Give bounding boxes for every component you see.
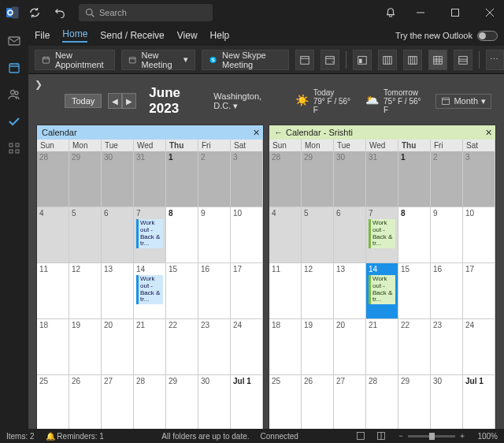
prev-month-button[interactable]: ◀ bbox=[108, 93, 122, 109]
day-cell[interactable]: 13 bbox=[102, 263, 134, 319]
status-reminders[interactable]: 🔔 Reminders: 1 bbox=[46, 432, 104, 441]
day-cell[interactable]: 31 bbox=[366, 151, 398, 207]
day-cell[interactable]: 19 bbox=[69, 319, 102, 375]
day-cell[interactable]: 11 bbox=[37, 263, 69, 319]
day-cell[interactable]: 22 bbox=[398, 319, 431, 375]
location-picker[interactable]: Washington, D.C. ▾ bbox=[213, 91, 280, 111]
day-cell[interactable]: 7Work out - Back & tr... bbox=[134, 207, 166, 263]
day-cell[interactable]: 30 bbox=[334, 151, 366, 207]
day-cell[interactable]: 28 bbox=[366, 375, 398, 431]
day-cell[interactable]: 29 bbox=[302, 151, 334, 207]
calendar-event[interactable]: Work out - Back & tr... bbox=[136, 219, 163, 248]
day-cell[interactable]: 9 bbox=[431, 207, 463, 263]
day-cell[interactable]: 3 bbox=[231, 151, 263, 207]
zoom-slider[interactable]: －＋ bbox=[397, 430, 466, 441]
sidebar-calendar[interactable] bbox=[6, 60, 22, 76]
view-next7-button[interactable] bbox=[321, 50, 339, 70]
day-cell[interactable]: 16 bbox=[198, 263, 231, 319]
day-cell[interactable]: 24 bbox=[463, 319, 495, 375]
notifications-icon[interactable] bbox=[381, 3, 400, 22]
day-cell[interactable]: 14Work out - Back & tr... bbox=[366, 263, 398, 319]
undo-icon[interactable] bbox=[50, 3, 69, 22]
day-cell[interactable]: 15 bbox=[166, 263, 198, 319]
close-icon[interactable]: ✕ bbox=[253, 128, 260, 138]
new-skype-meeting-button[interactable]: S New Skype Meeting bbox=[202, 50, 289, 70]
day-cell[interactable]: 25 bbox=[37, 375, 69, 431]
menu-view[interactable]: View bbox=[177, 30, 198, 41]
day-cell[interactable]: 27 bbox=[102, 375, 134, 431]
day-cell[interactable]: 27 bbox=[334, 375, 366, 431]
arrow-left-icon[interactable]: ← bbox=[274, 128, 283, 137]
sidebar-more-apps[interactable] bbox=[6, 140, 22, 156]
day-cell[interactable]: 26 bbox=[69, 375, 102, 431]
day-cell[interactable]: 24 bbox=[231, 319, 263, 375]
day-cell[interactable]: 13 bbox=[334, 263, 366, 319]
day-cell[interactable]: 28 bbox=[37, 151, 69, 207]
next-month-button[interactable]: ▶ bbox=[122, 93, 136, 109]
day-cell[interactable]: 29 bbox=[69, 151, 102, 207]
day-cell[interactable]: 28 bbox=[134, 375, 166, 431]
day-cell[interactable]: 30 bbox=[198, 375, 231, 431]
day-cell[interactable]: 7Work out - Back & tr... bbox=[366, 207, 398, 263]
day-cell[interactable]: 12 bbox=[69, 263, 102, 319]
day-cell[interactable]: 23 bbox=[198, 319, 231, 375]
day-cell[interactable]: 14Work out - Back & tr... bbox=[134, 263, 166, 319]
view-schedule-button[interactable] bbox=[454, 50, 472, 70]
try-outlook-toggle[interactable] bbox=[477, 31, 498, 41]
view-workweek-button[interactable] bbox=[378, 50, 397, 70]
view-reading-icon[interactable] bbox=[376, 431, 386, 441]
day-cell[interactable]: 4 bbox=[269, 207, 302, 263]
day-cell[interactable]: 1 bbox=[398, 151, 431, 207]
day-cell[interactable]: 25 bbox=[269, 375, 302, 431]
day-cell[interactable]: 9 bbox=[198, 207, 231, 263]
day-cell[interactable]: 8 bbox=[166, 207, 198, 263]
day-cell[interactable]: 31 bbox=[134, 151, 166, 207]
view-month-button[interactable] bbox=[428, 50, 447, 70]
day-cell[interactable]: 4 bbox=[37, 207, 69, 263]
day-cell[interactable]: 10 bbox=[231, 207, 263, 263]
day-cell[interactable]: 11 bbox=[269, 263, 302, 319]
calendar-tab-primary[interactable]: Calendar ✕ bbox=[37, 125, 263, 140]
new-meeting-button[interactable]: New Meeting ▾ bbox=[121, 50, 195, 70]
day-cell[interactable]: 17 bbox=[463, 263, 495, 319]
day-cell[interactable]: 5 bbox=[302, 207, 334, 263]
day-cell[interactable]: 3 bbox=[463, 151, 495, 207]
day-cell[interactable]: 2 bbox=[431, 151, 463, 207]
day-cell[interactable]: 29 bbox=[398, 375, 431, 431]
day-cell[interactable]: 15 bbox=[398, 263, 431, 319]
day-cell[interactable]: 17 bbox=[231, 263, 263, 319]
maximize-button[interactable] bbox=[441, 0, 469, 25]
sidebar-mail[interactable] bbox=[6, 33, 22, 49]
close-button[interactable] bbox=[476, 0, 504, 25]
expand-nav-icon[interactable]: ❯ bbox=[35, 79, 43, 90]
day-cell[interactable]: 10 bbox=[463, 207, 495, 263]
menu-file[interactable]: File bbox=[35, 30, 50, 41]
minimize-button[interactable] bbox=[406, 0, 435, 25]
day-cell[interactable]: 30 bbox=[102, 151, 134, 207]
day-cell[interactable]: Jul 1 bbox=[463, 375, 495, 431]
close-icon[interactable]: ✕ bbox=[485, 128, 492, 138]
day-cell[interactable]: 1 bbox=[166, 151, 198, 207]
day-cell[interactable]: 2 bbox=[198, 151, 231, 207]
day-cell[interactable]: 22 bbox=[166, 319, 198, 375]
day-cell[interactable]: 12 bbox=[302, 263, 334, 319]
view-week-button[interactable] bbox=[403, 50, 422, 70]
sidebar-tasks[interactable] bbox=[6, 114, 22, 129]
today-button[interactable]: Today bbox=[65, 94, 102, 108]
search-input[interactable]: Search bbox=[79, 4, 213, 21]
day-cell[interactable]: 29 bbox=[166, 375, 198, 431]
day-cell[interactable]: 21 bbox=[134, 319, 166, 375]
day-cell[interactable]: 23 bbox=[431, 319, 463, 375]
weather-tomorrow[interactable]: 🌥️ Tomorrow75° F / 56° F bbox=[365, 88, 421, 114]
calendar-event[interactable]: Work out - Back & tr... bbox=[369, 219, 395, 248]
day-cell[interactable]: 20 bbox=[334, 319, 366, 375]
view-selector[interactable]: Month ▾ bbox=[435, 94, 491, 109]
day-cell[interactable]: 19 bbox=[302, 319, 334, 375]
day-cell[interactable]: 21 bbox=[366, 319, 398, 375]
day-cell[interactable]: 6 bbox=[102, 207, 134, 263]
day-cell[interactable]: 5 bbox=[69, 207, 102, 263]
sync-icon[interactable] bbox=[25, 3, 44, 22]
calendar-event[interactable]: Work out - Back & tr... bbox=[136, 275, 163, 304]
calendar-event[interactable]: Work out - Back & tr... bbox=[369, 275, 395, 304]
day-cell[interactable]: 6 bbox=[334, 207, 366, 263]
